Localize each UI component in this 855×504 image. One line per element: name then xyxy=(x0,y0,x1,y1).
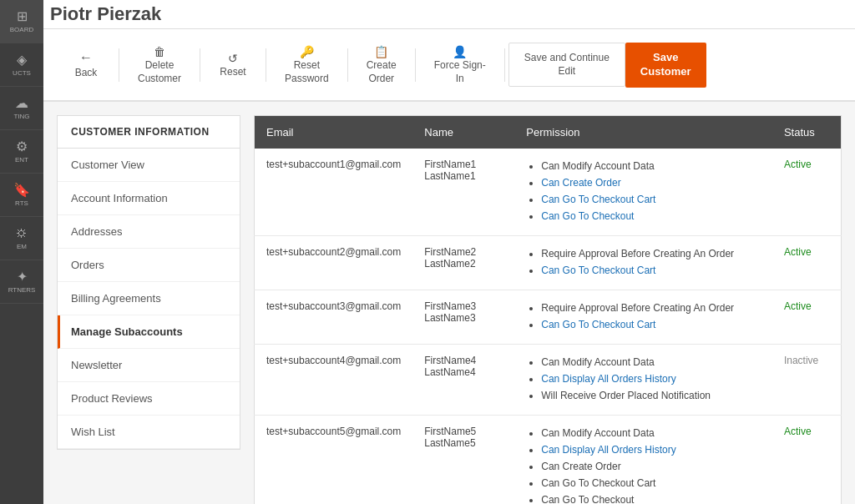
col-header-permission: Permission xyxy=(514,116,772,149)
status-badge: Active xyxy=(784,159,812,170)
cell-status: Inactive xyxy=(772,345,842,416)
header-bar: Piotr Pierzak xyxy=(43,0,855,29)
reset-button[interactable]: ↺ Reset xyxy=(204,44,262,86)
main-content: Piotr Pierzak ← Back 🗑 DeleteCustomer ↺ … xyxy=(43,0,855,504)
col-header-status: Status xyxy=(772,116,842,149)
table-row: test+subaccount5@gmail.comFirstName5 Las… xyxy=(255,416,842,504)
sidebar-item-products[interactable]: ◈ UCTS xyxy=(0,43,43,87)
create-order-button[interactable]: 📋 CreateOrder xyxy=(352,38,412,92)
products-icon: ◈ xyxy=(17,52,27,68)
table-row: test+subaccount3@gmail.comFirstName3 Las… xyxy=(255,290,842,345)
permission-item: Require Approval Before Creating An Orde… xyxy=(541,300,761,315)
permission-item: Will Receive Order Placed Notification xyxy=(541,388,761,403)
separator xyxy=(266,48,266,82)
delete-customer-button[interactable]: 🗑 DeleteCustomer xyxy=(123,38,196,92)
cell-permission: Require Approval Before Creating An Orde… xyxy=(514,290,772,345)
nav-item-customer-view[interactable]: Customer View xyxy=(58,149,240,182)
cell-name: FirstName4 LastName4 xyxy=(412,345,514,416)
marketing-icon: ☁ xyxy=(15,95,28,111)
cell-email: test+subaccount2@gmail.com xyxy=(255,236,413,290)
save-customer-button[interactable]: SaveCustomer xyxy=(625,43,706,88)
permission-item: Can Modify Account Data xyxy=(541,355,761,370)
permission-item: Require Approval Before Creating An Orde… xyxy=(541,246,761,261)
cell-email: test+subaccount4@gmail.com xyxy=(255,345,413,416)
permission-item: Can Create Order xyxy=(541,459,761,474)
permission-link[interactable]: Can Display All Orders History xyxy=(541,444,675,456)
back-icon: ← xyxy=(79,49,93,67)
status-badge: Active xyxy=(784,246,812,258)
status-badge: Active xyxy=(784,426,812,437)
permission-item: Can Create Order xyxy=(541,175,761,190)
permission-link[interactable]: Can Go To Checkout Cart xyxy=(541,319,655,330)
cell-status: Active xyxy=(772,149,842,236)
sidebar: ⊞ BOARD ◈ UCTS ☁ TING ⚙ ENT 🔖 RTS ⛭ EM ✦… xyxy=(0,0,43,504)
permission-item: Can Go To Checkout xyxy=(541,492,761,504)
permission-link[interactable]: Can Display All Orders History xyxy=(541,373,675,385)
nav-item-billing[interactable]: Billing Agreements xyxy=(58,282,240,315)
content-icon: ⚙ xyxy=(16,139,28,154)
cell-name: FirstName2 LastName2 xyxy=(412,236,514,290)
status-badge: Inactive xyxy=(784,355,818,366)
reset-password-button[interactable]: 🔑 ResetPassword xyxy=(270,38,344,92)
cell-email: test+subaccount1@gmail.com xyxy=(255,149,413,236)
reset-icon: ↺ xyxy=(228,51,238,66)
sidebar-item-content[interactable]: ⚙ ENT xyxy=(0,130,43,174)
nav-item-orders[interactable]: Orders xyxy=(58,249,240,282)
col-header-name: Name xyxy=(412,116,514,149)
sidebar-item-system[interactable]: ⛭ EM xyxy=(0,217,43,260)
permission-item: Can Go To Checkout Cart xyxy=(541,263,761,278)
subaccounts-table: Email Name Permission Status test+subacc… xyxy=(254,115,842,504)
col-header-email: Email xyxy=(255,116,413,149)
content-area: CUSTOMER INFORMATION Customer View Accou… xyxy=(43,102,855,504)
permission-link[interactable]: Can Go To Checkout Cart xyxy=(541,194,655,205)
sidebar-item-board[interactable]: ⊞ BOARD xyxy=(0,0,43,43)
save-continue-button[interactable]: Save and ContinueEdit xyxy=(508,43,625,87)
board-icon: ⊞ xyxy=(17,8,28,24)
action-bar: ← Back 🗑 DeleteCustomer ↺ Reset 🔑 ResetP… xyxy=(43,29,855,102)
sidebar-item-reports[interactable]: 🔖 RTS xyxy=(0,174,43,217)
page-title: Piotr Pierzak xyxy=(50,3,842,25)
cell-permission: Can Modify Account DataCan Display All O… xyxy=(514,345,772,416)
separator xyxy=(200,48,200,82)
cell-permission: Can Modify Account DataCan Display All O… xyxy=(514,416,772,504)
order-icon: 📋 xyxy=(374,44,388,59)
permission-item: Can Display All Orders History xyxy=(541,442,761,457)
cell-email: test+subaccount3@gmail.com xyxy=(255,290,413,345)
force-signin-button[interactable]: 👤 Force Sign-In xyxy=(419,38,501,92)
signin-icon: 👤 xyxy=(453,44,467,59)
cell-name: FirstName3 LastName3 xyxy=(412,290,514,345)
left-nav: CUSTOMER INFORMATION Customer View Accou… xyxy=(57,115,240,450)
left-nav-title: CUSTOMER INFORMATION xyxy=(58,116,240,149)
nav-item-subaccounts[interactable]: Manage Subaccounts xyxy=(58,315,240,349)
permission-link[interactable]: Can Create Order xyxy=(541,177,620,189)
permission-link[interactable]: Can Go To Checkout xyxy=(541,210,634,222)
nav-item-wishlist[interactable]: Wish List xyxy=(58,416,240,449)
cell-email: test+subaccount5@gmail.com xyxy=(255,416,413,504)
separator xyxy=(415,48,416,82)
nav-item-newsletter[interactable]: Newsletter xyxy=(58,349,240,382)
status-badge: Active xyxy=(784,300,812,312)
permission-link[interactable]: Can Go To Checkout Cart xyxy=(541,265,655,276)
table-row: test+subaccount2@gmail.comFirstName2 Las… xyxy=(255,236,842,290)
cell-status: Active xyxy=(772,416,842,504)
table-area: Email Name Permission Status test+subacc… xyxy=(254,115,842,504)
permission-item: Can Modify Account Data xyxy=(541,426,761,441)
permission-item: Can Modify Account Data xyxy=(541,159,761,174)
cell-permission: Can Modify Account DataCan Create OrderC… xyxy=(514,149,772,236)
nav-item-account-info[interactable]: Account Information xyxy=(58,182,240,215)
sidebar-item-partners[interactable]: ✦ RTNERS xyxy=(0,260,43,304)
permission-item: Can Display All Orders History xyxy=(541,371,761,386)
permission-item: Can Go To Checkout xyxy=(541,209,761,224)
cell-status: Active xyxy=(772,236,842,290)
permission-item: Can Go To Checkout Cart xyxy=(541,192,761,207)
permission-item: Can Go To Checkout Cart xyxy=(541,317,761,332)
back-button[interactable]: ← Back xyxy=(57,43,115,86)
cell-name: FirstName5 LastName5 xyxy=(412,416,514,504)
partners-icon: ✦ xyxy=(17,269,28,285)
table-row: test+subaccount1@gmail.comFirstName1 Las… xyxy=(255,149,842,236)
separator xyxy=(504,48,505,82)
sidebar-item-marketing[interactable]: ☁ TING xyxy=(0,87,43,130)
table-row: test+subaccount4@gmail.comFirstName4 Las… xyxy=(255,345,842,416)
nav-item-reviews[interactable]: Product Reviews xyxy=(58,382,240,416)
nav-item-addresses[interactable]: Addresses xyxy=(58,215,240,249)
